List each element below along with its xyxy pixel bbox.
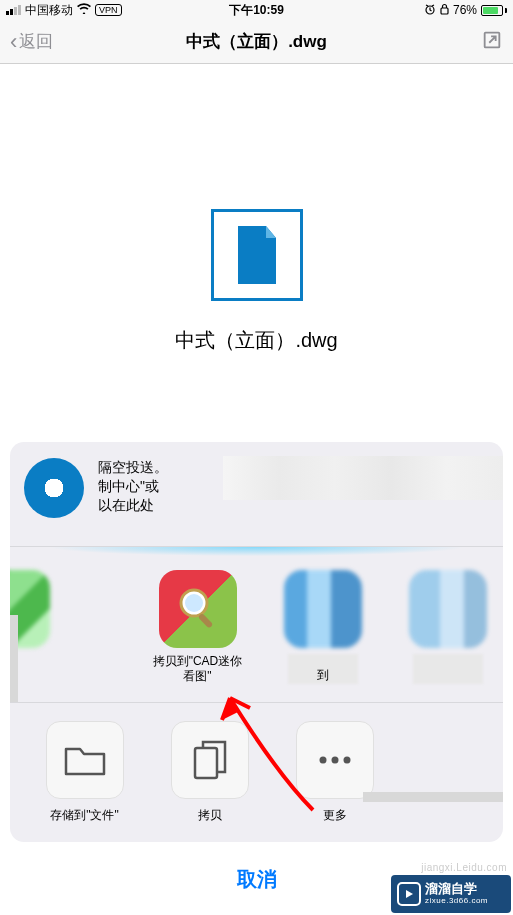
action-label: 拷贝 xyxy=(198,807,222,824)
file-name-label: 中式（立面）.dwg xyxy=(175,327,337,354)
page-title: 中式（立面）.dwg xyxy=(186,30,327,53)
copy-icon xyxy=(171,721,249,799)
share-sheet: 隔空投送。 制中心"或 以在此处 拷贝到"CAD迷你看图 xyxy=(10,442,503,908)
pixelated-region xyxy=(223,456,503,500)
vpn-badge: VPN xyxy=(95,4,122,16)
app-item-pixelated[interactable] xyxy=(10,570,135,684)
battery-icon xyxy=(481,5,507,16)
back-button[interactable]: ‹ 返回 xyxy=(10,29,53,55)
airdrop-icon xyxy=(24,458,84,518)
app-icon xyxy=(409,570,487,648)
back-label: 返回 xyxy=(19,30,53,53)
action-save-to-files[interactable]: 存储到"文件" xyxy=(22,721,147,824)
watermark-badge: 溜溜自学 zixue.3d66.com xyxy=(391,875,511,913)
pixelated-region xyxy=(413,654,483,684)
action-label: 存储到"文件" xyxy=(50,807,119,824)
svg-point-4 xyxy=(185,594,203,612)
chevron-left-icon: ‹ xyxy=(10,29,17,55)
svg-rect-5 xyxy=(197,613,213,629)
svg-point-7 xyxy=(319,757,326,764)
alarm-icon xyxy=(424,3,436,18)
folder-icon xyxy=(46,721,124,799)
faint-watermark: jiangxi.Leidu.com xyxy=(421,862,507,873)
more-icon xyxy=(296,721,374,799)
airdrop-text: 隔空投送。 制中心"或 以在此处 xyxy=(98,458,168,518)
app-icon xyxy=(284,570,362,648)
lock-icon xyxy=(440,3,449,18)
action-label: 更多 xyxy=(323,807,347,824)
nav-bar: ‹ 返回 中式（立面）.dwg xyxy=(0,20,513,64)
action-copy[interactable]: 拷贝 xyxy=(147,721,272,824)
app-item-cad[interactable]: 拷贝到"CAD迷你看图" xyxy=(135,570,260,684)
status-time: 下午10:59 xyxy=(229,2,284,19)
actions-row: 存储到"文件" 拷贝 xyxy=(10,703,503,842)
play-icon xyxy=(397,882,421,906)
signal-icon xyxy=(6,5,21,15)
app-label: 拷贝到"CAD迷你看图" xyxy=(148,654,248,684)
open-external-icon[interactable] xyxy=(481,29,503,55)
action-more[interactable]: 更多 xyxy=(272,721,397,824)
status-bar: 中国移动 VPN 下午10:59 76% xyxy=(0,0,513,20)
svg-point-9 xyxy=(343,757,350,764)
battery-pct: 76% xyxy=(453,3,477,17)
file-preview-icon xyxy=(211,209,303,301)
svg-rect-6 xyxy=(195,748,217,778)
wifi-icon xyxy=(77,3,91,17)
app-item-pixelated[interactable] xyxy=(385,570,503,684)
airdrop-section[interactable]: 隔空投送。 制中心"或 以在此处 xyxy=(10,442,503,546)
svg-point-8 xyxy=(331,757,338,764)
carrier-label: 中国移动 xyxy=(25,2,73,19)
svg-rect-1 xyxy=(441,8,448,14)
app-item-pixelated[interactable]: 到 xyxy=(260,570,385,684)
apps-row[interactable]: 拷贝到"CAD迷你看图" 到 xyxy=(10,560,503,703)
cad-app-icon xyxy=(159,570,237,648)
